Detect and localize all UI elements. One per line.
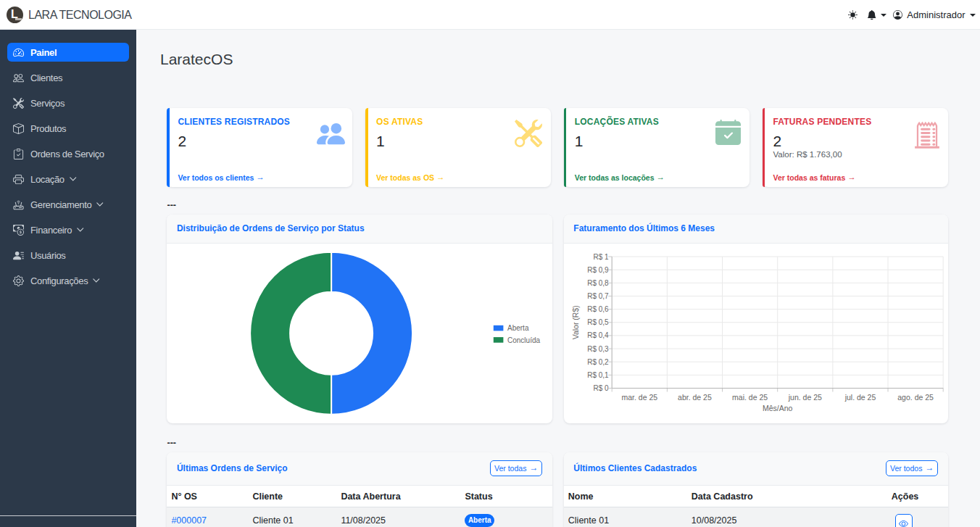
svg-text:R$ 0,2: R$ 0,2: [587, 357, 609, 365]
svg-text:Concluída: Concluída: [507, 336, 540, 344]
svg-text:jun. de 25: jun. de 25: [788, 393, 822, 402]
svg-text:R$ 0,7: R$ 0,7: [587, 291, 609, 299]
svg-text:abr. de 25: abr. de 25: [678, 393, 712, 402]
svg-text:R$ 0,9: R$ 0,9: [587, 265, 609, 273]
svg-text:R$ 0,1: R$ 0,1: [587, 370, 609, 378]
svg-text:R$ 0,5: R$ 0,5: [587, 318, 609, 326]
svg-text:Valor (R$): Valor (R$): [571, 305, 580, 339]
svg-text:Mês/Ano: Mês/Ano: [763, 404, 793, 412]
svg-text:Aberta: Aberta: [507, 324, 529, 332]
svg-text:ago. de 25: ago. de 25: [897, 393, 934, 402]
svg-text:R$ 0: R$ 0: [593, 384, 609, 392]
svg-text:R$ 0,4: R$ 0,4: [587, 331, 609, 339]
svg-text:jul. de 25: jul. de 25: [844, 393, 876, 402]
svg-text:R$ 1: R$ 1: [593, 252, 609, 260]
svg-text:R$ 0,6: R$ 0,6: [587, 305, 609, 313]
svg-text:R$ 0,3: R$ 0,3: [587, 344, 609, 352]
svg-text:mar. de 25: mar. de 25: [621, 393, 657, 402]
svg-text:R$ 0,8: R$ 0,8: [587, 278, 609, 286]
svg-text:mai. de 25: mai. de 25: [732, 393, 768, 402]
